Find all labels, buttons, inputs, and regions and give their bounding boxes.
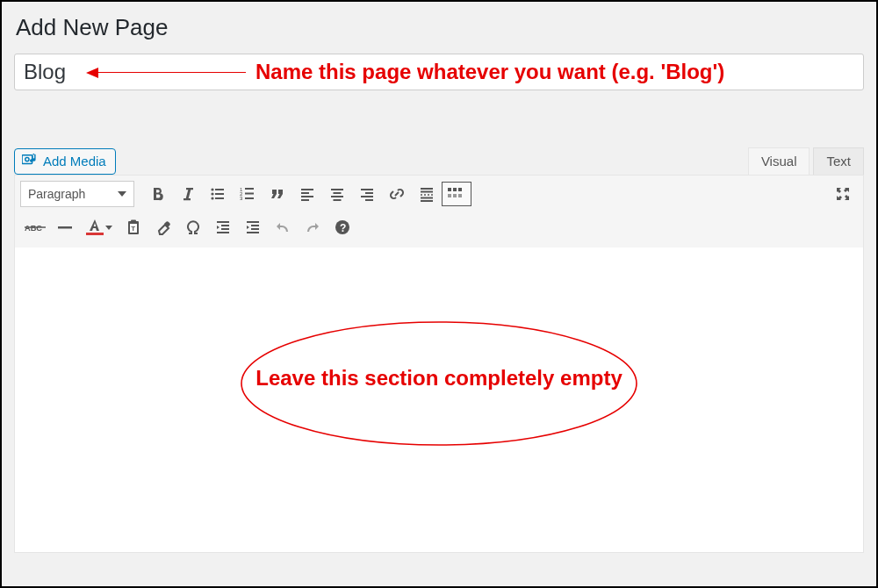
tab-visual[interactable]: Visual bbox=[748, 147, 810, 175]
link-button[interactable] bbox=[382, 179, 412, 209]
blockquote-button[interactable] bbox=[263, 179, 292, 209]
svg-point-1 bbox=[25, 157, 29, 161]
align-center-icon bbox=[328, 185, 346, 203]
svg-rect-21 bbox=[334, 199, 342, 201]
svg-rect-16 bbox=[301, 196, 313, 197]
outdent-button[interactable] bbox=[208, 212, 238, 242]
svg-rect-24 bbox=[361, 196, 373, 197]
align-left-button[interactable] bbox=[292, 179, 322, 209]
svg-text:3: 3 bbox=[240, 196, 243, 201]
svg-point-4 bbox=[211, 192, 213, 195]
annotation-body: Leave this section completely empty bbox=[237, 318, 641, 449]
svg-point-53 bbox=[241, 322, 637, 445]
svg-rect-9 bbox=[245, 188, 254, 190]
fullscreen-button[interactable] bbox=[828, 179, 858, 209]
svg-rect-32 bbox=[458, 188, 462, 191]
title-row: Name this page whatever you want (e.g. '… bbox=[14, 54, 864, 90]
strikethrough-icon: ABC bbox=[25, 220, 46, 234]
bullet-list-button[interactable] bbox=[203, 179, 233, 209]
align-right-button[interactable] bbox=[352, 179, 382, 209]
blockquote-icon bbox=[269, 185, 286, 203]
editor-frame: Add New Page Name this page whatever you… bbox=[0, 0, 878, 588]
tab-text[interactable]: Text bbox=[813, 147, 864, 175]
format-select-value: Paragraph bbox=[28, 187, 85, 201]
page-title-input[interactable] bbox=[14, 54, 864, 90]
italic-button[interactable] bbox=[173, 179, 203, 209]
svg-rect-13 bbox=[245, 197, 254, 199]
toolbar-panel: Paragraph 123 bbox=[14, 175, 864, 247]
omega-icon bbox=[184, 219, 202, 236]
redo-button[interactable] bbox=[298, 212, 327, 242]
read-more-button[interactable] bbox=[412, 179, 442, 209]
svg-rect-48 bbox=[251, 225, 259, 226]
clipboard-icon: T bbox=[125, 219, 142, 236]
eraser-icon bbox=[155, 219, 172, 236]
editor-wrap: Add Media Visual Text Paragraph bbox=[14, 143, 864, 553]
bullet-list-icon bbox=[209, 185, 227, 203]
number-list-button[interactable]: 123 bbox=[233, 179, 263, 209]
svg-rect-28 bbox=[421, 197, 433, 199]
clear-format-button[interactable] bbox=[148, 212, 178, 242]
fullscreen-icon bbox=[834, 185, 852, 203]
content-editor[interactable]: Leave this section completely empty bbox=[14, 247, 864, 553]
svg-rect-27 bbox=[421, 191, 433, 193]
add-media-label: Add Media bbox=[43, 154, 106, 169]
svg-rect-3 bbox=[215, 189, 224, 190]
svg-rect-20 bbox=[331, 196, 343, 197]
svg-rect-47 bbox=[247, 221, 259, 223]
svg-text:T: T bbox=[131, 225, 135, 233]
svg-rect-5 bbox=[215, 193, 224, 195]
annotation-body-label: Leave this section completely empty bbox=[255, 366, 622, 391]
indent-icon bbox=[244, 219, 262, 236]
svg-rect-29 bbox=[421, 200, 433, 202]
svg-rect-50 bbox=[247, 232, 259, 233]
align-center-button[interactable] bbox=[322, 179, 352, 209]
svg-rect-22 bbox=[361, 189, 373, 190]
read-more-icon bbox=[418, 185, 435, 203]
add-media-button[interactable]: Add Media bbox=[14, 148, 116, 175]
media-row: Add Media Visual Text bbox=[14, 143, 864, 175]
hr-icon bbox=[56, 219, 74, 236]
svg-point-2 bbox=[211, 188, 213, 190]
undo-icon bbox=[274, 219, 291, 236]
svg-rect-30 bbox=[448, 188, 451, 191]
redo-icon bbox=[304, 219, 321, 236]
svg-rect-26 bbox=[421, 188, 433, 190]
editor-tabs: Visual Text bbox=[745, 147, 864, 175]
svg-rect-46 bbox=[217, 232, 229, 233]
svg-rect-45 bbox=[221, 228, 229, 230]
svg-rect-15 bbox=[301, 192, 309, 194]
svg-rect-43 bbox=[217, 221, 229, 223]
text-color-button[interactable] bbox=[80, 212, 119, 242]
toolbar-toggle-icon bbox=[446, 186, 467, 202]
bold-button[interactable] bbox=[143, 179, 173, 209]
svg-rect-11 bbox=[245, 193, 254, 195]
toolbar-toggle-button[interactable] bbox=[442, 182, 471, 206]
number-list-icon: 123 bbox=[239, 185, 256, 203]
italic-icon bbox=[179, 185, 197, 203]
svg-rect-19 bbox=[334, 192, 342, 194]
svg-rect-33 bbox=[448, 194, 451, 197]
format-select[interactable]: Paragraph bbox=[20, 181, 134, 207]
toolbar-row-2: ABC T bbox=[15, 212, 863, 247]
caret-down-icon bbox=[118, 191, 126, 197]
special-char-button[interactable] bbox=[178, 212, 208, 242]
svg-rect-17 bbox=[301, 199, 309, 201]
svg-rect-31 bbox=[453, 188, 457, 191]
strikethrough-button[interactable]: ABC bbox=[20, 212, 50, 242]
help-button[interactable]: ? bbox=[327, 212, 357, 242]
caret-down-icon bbox=[105, 226, 112, 230]
svg-rect-23 bbox=[365, 192, 373, 194]
svg-rect-18 bbox=[331, 189, 343, 190]
svg-text:?: ? bbox=[340, 222, 346, 234]
svg-rect-7 bbox=[215, 197, 224, 199]
svg-rect-35 bbox=[458, 194, 462, 197]
undo-button[interactable] bbox=[268, 212, 298, 242]
svg-rect-34 bbox=[453, 194, 457, 197]
svg-rect-41 bbox=[131, 220, 136, 223]
bold-icon bbox=[149, 185, 167, 203]
indent-button[interactable] bbox=[238, 212, 268, 242]
ellipse-icon bbox=[237, 318, 641, 449]
paste-text-button[interactable]: T bbox=[119, 212, 148, 242]
hr-button[interactable] bbox=[50, 212, 80, 242]
